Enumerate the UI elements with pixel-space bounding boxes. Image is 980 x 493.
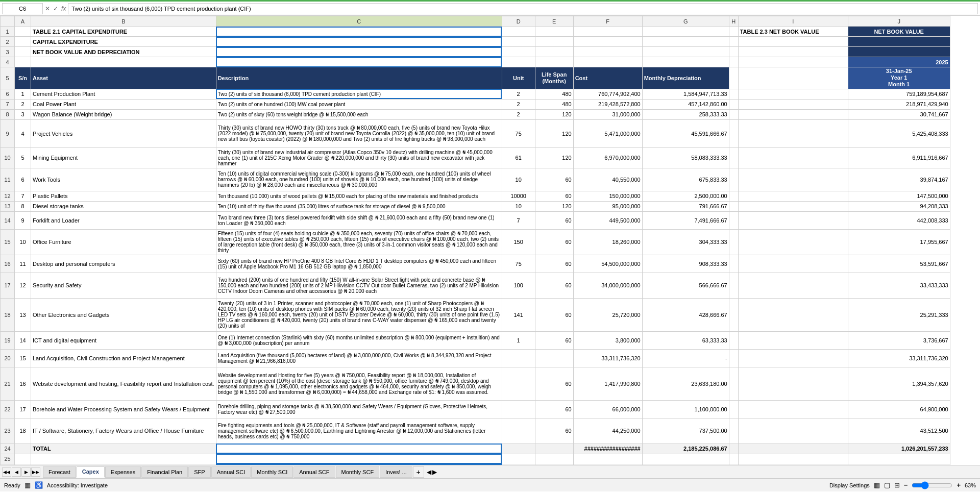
sheet-scroll-left[interactable]: ◀ [427, 469, 431, 476]
cell-F1[interactable] [573, 27, 642, 37]
table-row: 9 4 Project Vehicles Thirty (30) units o… [1, 119, 950, 147]
table-row: 26 Depreciation amount 2,185,225,086.67 [1, 464, 950, 465]
table-row: 4 2025 [1, 57, 950, 67]
tab-expenses[interactable]: Expenses [105, 466, 141, 478]
tab-financial-plan[interactable]: Financial Plan [141, 466, 188, 478]
accessibility-text[interactable]: Accessibility: Investigate [47, 482, 108, 488]
table-row: 11 6 Work Tools Ten (10) units of digita… [1, 168, 950, 191]
tab-navigation: ◀◀ ◀ ▶ ▶▶ [2, 467, 40, 477]
table-row: 13 8 Diesel storage tanks Ten (10) unit … [1, 201, 950, 211]
col-header-G[interactable]: G [642, 16, 729, 27]
add-sheet-button[interactable]: + [413, 466, 424, 478]
table-row: 1 TABLE 2.1 CAPITAL EXPENDITURE TABLE 2.… [1, 27, 950, 37]
col-header-J[interactable]: J [848, 16, 950, 27]
tab-last-btn[interactable]: ▶▶ [31, 467, 40, 477]
accessibility-icon[interactable]: ♿ [35, 481, 43, 489]
formula-icons: ✕ ✓ fx [45, 5, 66, 12]
table-row: 24 TOTAL ################## 2,185,225,08… [1, 443, 950, 454]
col-header-rownum [1, 16, 15, 27]
table-row: 10 5 Mining Equipment Thirty (30) units … [1, 147, 950, 168]
zoom-in-button[interactable]: + [957, 481, 961, 489]
spreadsheet-grid: A B C D E F G H I J 1 TABLE 2.1 CAPITA [0, 16, 950, 465]
table-row: 19 14 ICT and digital equipment One (1) … [1, 331, 950, 349]
display-settings-button[interactable]: Display Settings [829, 482, 870, 488]
tab-capex[interactable]: Capex [77, 466, 105, 478]
col-header-A[interactable]: A [15, 16, 31, 27]
table-row: 12 7 Plastic Pallets Ten thousand (10,00… [1, 191, 950, 201]
status-right: Display Settings ▦ ▢ ⊞ − + 63% [829, 481, 976, 489]
table-row: 3 NET BOOK VALUE AND DEPRECIATION [1, 47, 950, 57]
col-header-E[interactable]: E [535, 16, 573, 27]
sheet-scroll-right[interactable]: ▶ [432, 469, 437, 476]
status-bar: Ready ▦ ♿ Accessibility: Investigate Dis… [0, 478, 980, 491]
col-header-C[interactable]: C [216, 16, 502, 27]
cell-B1[interactable]: TABLE 2.1 CAPITAL EXPENDITURE [31, 27, 216, 37]
row-num: 1 [1, 27, 15, 37]
table-row: 25 [1, 454, 950, 464]
tab-monthly-sci[interactable]: Monthly SCI [251, 466, 293, 478]
cell-D1[interactable] [502, 27, 535, 37]
formula-input[interactable] [68, 3, 978, 14]
tab-monthly-scf[interactable]: Monthly SCF [336, 466, 380, 478]
table-row: 16 11 Desktop and personal computers Six… [1, 255, 950, 273]
table-row: 23 18 IT / Software, Stationery, Factory… [1, 418, 950, 443]
fx-icon[interactable]: fx [61, 5, 66, 12]
ready-status: Ready [4, 482, 20, 488]
status-left: Ready ▦ ♿ Accessibility: Investigate [4, 481, 108, 489]
cell-reference-box[interactable] [2, 3, 43, 14]
col-header-I[interactable]: I [738, 16, 848, 27]
cell-C1[interactable] [216, 27, 502, 37]
spreadsheet-wrapper[interactable]: A B C D E F G H I J 1 TABLE 2.1 CAPITA [0, 16, 980, 465]
tab-inves[interactable]: Inves! ... [380, 466, 412, 478]
cell-I1[interactable]: TABLE 2.3 NET BOOK VALUE [738, 27, 848, 37]
normal-view-icon[interactable]: ▦ [874, 481, 880, 489]
cell-A1[interactable] [15, 27, 31, 37]
col-header-H[interactable]: H [729, 16, 738, 27]
table-row: 7 2 Coal Power Plant Two (2) units of on… [1, 99, 950, 109]
col-header-B[interactable]: B [31, 16, 216, 27]
zoom-out-button[interactable]: − [904, 481, 908, 489]
table-row: 2 CAPITAL EXPENDITURE [1, 37, 950, 47]
tab-annual-scf[interactable]: Annual SCF [293, 466, 335, 478]
tab-first-btn[interactable]: ◀◀ [2, 467, 11, 477]
zoom-level: 63% [965, 482, 976, 488]
cell-E1[interactable] [535, 27, 573, 37]
cell-J1[interactable]: NET BOOK VALUE [848, 27, 950, 37]
zoom-slider[interactable] [912, 481, 952, 489]
table-row: 15 10 Office Furniture Fifteen (15) unit… [1, 229, 950, 255]
table-row: 6 1 Cement Production Plant Two (2) unit… [1, 89, 950, 99]
tab-prev-btn[interactable]: ◀ [12, 467, 21, 477]
table-row: 21 16 Website development and hosting, F… [1, 367, 950, 400]
page-layout-icon[interactable]: ▦ [24, 481, 31, 489]
table-row: 8 3 Wagon Balance (Weight bridge) Two (2… [1, 109, 950, 119]
table-row: 17 12 Security and Safety Two hundred (2… [1, 273, 950, 298]
confirm-icon[interactable]: ✓ [53, 5, 58, 12]
table-row: 22 17 Borehole and Water Processing Syst… [1, 400, 950, 418]
table-row: 14 9 Forklift and Loader Two brand new t… [1, 211, 950, 229]
table-row: 20 15 Land Acquisition, Civil Constructi… [1, 349, 950, 367]
table-row: 5 S/n Asset Description Unit Life Span (… [1, 67, 950, 89]
table-row: 18 13 Other Electronics and Gadgets Twen… [1, 298, 950, 331]
cancel-icon[interactable]: ✕ [45, 5, 50, 12]
tab-forecast[interactable]: Forecast [43, 466, 76, 478]
tab-next-btn[interactable]: ▶ [21, 467, 31, 477]
cell-H1[interactable] [729, 27, 738, 37]
tab-annual-sci[interactable]: Annual SCI [211, 466, 251, 478]
col-header-D[interactable]: D [502, 16, 535, 27]
tab-sfp[interactable]: SFP [188, 466, 210, 478]
sheet-tabs-bar: ◀◀ ◀ ▶ ▶▶ Forecast Capex Expenses Financ… [0, 465, 980, 478]
col-header-F[interactable]: F [573, 16, 642, 27]
cell-G1[interactable] [642, 27, 729, 37]
sheet-container: A B C D E F G H I J 1 TABLE 2.1 CAPITA [0, 16, 980, 465]
page-layout-view-icon[interactable]: ▢ [884, 481, 890, 489]
page-break-view-icon[interactable]: ⊞ [894, 481, 900, 489]
formula-bar: ✕ ✓ fx [0, 2, 980, 16]
